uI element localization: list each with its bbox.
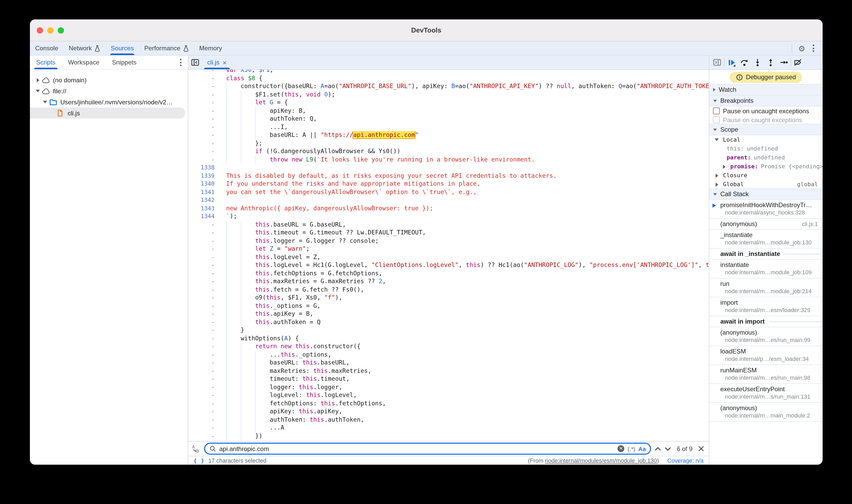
stack-frame-anonymous[interactable]: (anonymous)node:internal/m…main_module:2 bbox=[709, 403, 823, 422]
code-line[interactable]: -...I, bbox=[188, 123, 709, 131]
more-options-icon[interactable] bbox=[812, 43, 815, 53]
stack-frame-await[interactable]: await in import bbox=[709, 316, 823, 327]
sidebar-tab-workspace[interactable]: Workspace bbox=[61, 56, 106, 69]
clear-search-icon[interactable]: ✕ bbox=[618, 445, 624, 452]
checkbox-uncaught[interactable] bbox=[713, 108, 720, 114]
line-number[interactable]: - bbox=[188, 294, 222, 302]
code-line[interactable]: -authToken: Q, bbox=[188, 115, 709, 123]
step-into-button[interactable] bbox=[751, 57, 764, 68]
collapse-debugger-sidebar-icon[interactable] bbox=[711, 57, 724, 68]
step-out-button[interactable] bbox=[764, 57, 777, 68]
line-number[interactable]: - bbox=[188, 334, 222, 342]
line-number[interactable]: 1344 bbox=[188, 212, 222, 220]
stack-frame-instantiate[interactable]: instantiatenode:internal/m…module_job:10… bbox=[709, 259, 823, 278]
section-call-stack[interactable]: Call Stack bbox=[709, 188, 823, 200]
line-number[interactable]: - bbox=[188, 383, 222, 391]
line-number[interactable]: - bbox=[188, 367, 222, 375]
tree-item-file[interactable]: file:// bbox=[30, 86, 188, 96]
source-map-link[interactable]: node:internal/modules/esm/module_job:130 bbox=[545, 457, 657, 464]
stack-frame-executeuserentrypoint[interactable]: executeUserEntryPointnode:internal/m…s/r… bbox=[709, 384, 823, 403]
section-scope[interactable]: Scope bbox=[709, 124, 823, 135]
line-number[interactable]: - bbox=[188, 74, 222, 82]
code-line[interactable]: -this.logLevel = Hc1(G.logLevel, "Client… bbox=[188, 261, 709, 269]
step-over-button[interactable] bbox=[738, 57, 751, 68]
step-button[interactable] bbox=[778, 57, 790, 68]
tab-cli-js[interactable]: cli.js × bbox=[202, 56, 232, 69]
deactivate-breakpoints-icon[interactable] bbox=[792, 57, 804, 68]
line-number[interactable]: - bbox=[188, 424, 222, 432]
settings-gear-icon[interactable]: ⚙ bbox=[798, 44, 805, 52]
regex-toggle[interactable]: (.*) bbox=[627, 446, 635, 452]
line-number[interactable]: - bbox=[188, 220, 222, 229]
line-number[interactable]: - bbox=[188, 261, 222, 269]
line-number[interactable]: - bbox=[188, 98, 222, 107]
line-number[interactable]: - bbox=[188, 302, 222, 310]
tree-item-no-domain[interactable]: (no domain) bbox=[30, 74, 188, 86]
line-number[interactable]: 1342 bbox=[188, 196, 222, 204]
line-number[interactable]: - bbox=[188, 277, 222, 286]
sidebar-tab-snippets[interactable]: Snippets bbox=[106, 56, 143, 69]
code-line[interactable]: 1338 bbox=[188, 164, 709, 172]
code-line[interactable]: -logger: this.logger, bbox=[188, 383, 709, 391]
replace-toggle-icon[interactable]: AB bbox=[192, 444, 200, 453]
zoom-window-button[interactable] bbox=[58, 27, 64, 33]
line-number[interactable]: - bbox=[188, 229, 222, 237]
code-line[interactable]: -this.logger = G.logger ?? console; bbox=[188, 237, 709, 245]
code-line[interactable]: -this.fetchOptions = G.fetchOptions, bbox=[188, 269, 709, 277]
code-line[interactable]: 1342 bbox=[188, 196, 709, 204]
tree-item-cli-js[interactable]: cli.js bbox=[30, 108, 185, 119]
code-line[interactable]: -} bbox=[188, 326, 709, 334]
line-number[interactable]: 1341 bbox=[188, 188, 222, 196]
line-number[interactable]: - bbox=[188, 440, 222, 441]
code-line[interactable]: -baseURL: A || "https://api.anthropic.co… bbox=[188, 131, 709, 139]
code-line[interactable]: -let Z = "warn"; bbox=[188, 245, 709, 253]
code-line[interactable]: -}; bbox=[188, 139, 709, 147]
pause-on-uncaught-row[interactable]: Pause on uncaught exceptions bbox=[709, 106, 823, 115]
stack-frame-runmainesm[interactable]: runMainESMnode:internal/m…es/run_main:98 bbox=[709, 365, 823, 384]
minimize-window-button[interactable] bbox=[47, 27, 54, 33]
code-line[interactable]: -this.timeout = G.timeout ?? Lw.DEFAULT_… bbox=[188, 229, 709, 237]
code-line[interactable]: -fetchOptions: this.fetchOptions, bbox=[188, 399, 709, 408]
tab-sources[interactable]: Sources bbox=[105, 41, 139, 55]
code-line[interactable]: -baseURL: this.baseURL, bbox=[188, 359, 709, 367]
stack-frame-await[interactable]: await in _instantiate bbox=[709, 249, 823, 259]
code-line[interactable]: -this.apiKey = B, bbox=[188, 310, 709, 318]
close-tab-icon[interactable]: × bbox=[223, 59, 227, 66]
checkbox-caught[interactable] bbox=[713, 116, 720, 123]
line-number[interactable]: - bbox=[188, 359, 222, 367]
code-line[interactable]: -throw new L9(`It looks like you're runn… bbox=[188, 156, 709, 164]
tab-network[interactable]: Network bbox=[64, 41, 105, 55]
coverage-link[interactable]: Coverage: n/a bbox=[667, 457, 704, 464]
stack-frame-anonymous[interactable]: (anonymous)cli.js:1 bbox=[709, 219, 823, 230]
code-line[interactable]: -timeout: this.timeout, bbox=[188, 375, 709, 383]
stack-frame-promiseinithookwithdestroytr[interactable]: promiseInitHookWithDestroyTr…node:intern… bbox=[709, 200, 823, 219]
code-line[interactable]: -} bbox=[188, 440, 709, 441]
code-line[interactable]: -apiKey: B, bbox=[188, 107, 709, 115]
collapse-navigator-icon[interactable] bbox=[188, 56, 202, 69]
line-number[interactable]: - bbox=[188, 147, 222, 156]
code-line[interactable]: 1339This is disabled by default, as it r… bbox=[188, 172, 709, 180]
code-line[interactable]: -this.authToken = Q bbox=[188, 318, 709, 326]
code-line[interactable]: 1341you can set the \`dangerouslyAllowBr… bbox=[188, 188, 709, 196]
line-number[interactable]: - bbox=[188, 408, 222, 416]
line-number[interactable]: - bbox=[188, 375, 222, 383]
code-editor[interactable]: -var X50, $F1;-class $8 {-constructor({b… bbox=[188, 70, 709, 441]
code-line[interactable]: -let G = { bbox=[188, 98, 709, 107]
line-number[interactable]: - bbox=[188, 253, 222, 261]
code-line[interactable]: -this.baseURL = G.baseURL, bbox=[188, 220, 709, 229]
line-number[interactable]: - bbox=[188, 269, 222, 277]
stack-frame-loadesm[interactable]: loadESMnode:internal/p…/esm_loader:34 bbox=[709, 346, 823, 365]
stack-frame-instantiate[interactable]: _instantiatenode:internal/m…module_job:1… bbox=[709, 230, 823, 249]
code-line[interactable]: 1344`); bbox=[188, 212, 709, 220]
search-input[interactable]: api.anthropic.com ✕ (.*) Aa bbox=[204, 443, 651, 455]
pause-on-caught-row[interactable]: Pause on caught exceptions bbox=[709, 115, 823, 124]
stack-frame-run[interactable]: runnode:internal/m…module_job:214 bbox=[709, 278, 823, 298]
line-number[interactable]: - bbox=[188, 391, 222, 399]
line-number[interactable]: - bbox=[188, 107, 222, 115]
scope-local[interactable]: Local bbox=[709, 135, 823, 144]
line-number[interactable]: - bbox=[188, 82, 222, 90]
close-search-icon[interactable] bbox=[698, 446, 704, 452]
code-line[interactable]: -constructor({baseURL: A=ao("ANTHROPIC_B… bbox=[188, 82, 709, 90]
code-line[interactable]: -this.fetch = G.fetch ?? Fs0(), bbox=[188, 286, 709, 294]
line-number[interactable]: - bbox=[188, 139, 222, 147]
